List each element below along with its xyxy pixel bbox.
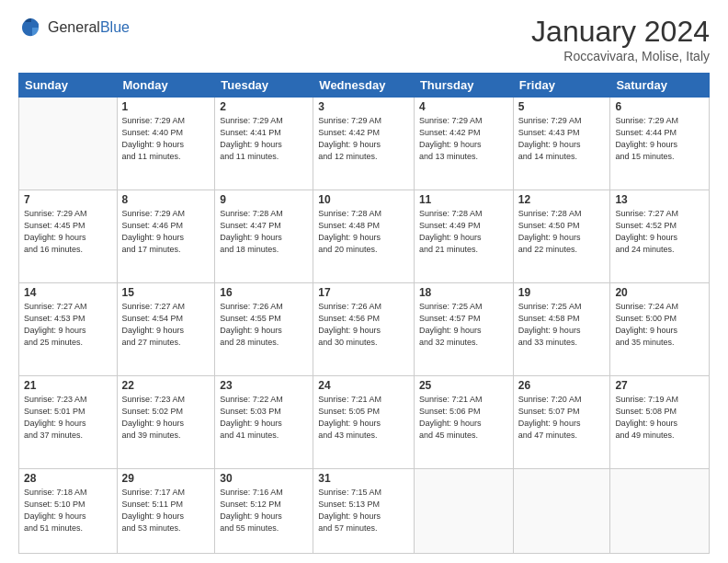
weekday-header-tuesday: Tuesday — [215, 74, 313, 98]
day-cell: 22Sunrise: 7:23 AMSunset: 5:02 PMDayligh… — [117, 375, 215, 468]
header: GeneralBlue January 2024 Roccavivara, Mo… — [18, 15, 710, 63]
day-cell: 23Sunrise: 7:22 AMSunset: 5:03 PMDayligh… — [215, 375, 313, 468]
day-cell: 11Sunrise: 7:28 AMSunset: 4:49 PMDayligh… — [414, 190, 513, 282]
day-number: 8 — [122, 193, 210, 206]
weekday-header-monday: Monday — [117, 74, 215, 98]
day-info: Sunrise: 7:24 AMSunset: 5:00 PMDaylight:… — [615, 301, 704, 349]
day-number: 29 — [122, 472, 210, 485]
day-info: Sunrise: 7:22 AMSunset: 5:03 PMDaylight:… — [220, 394, 308, 442]
day-number: 13 — [615, 193, 704, 206]
day-info: Sunrise: 7:29 AMSunset: 4:40 PMDaylight:… — [122, 115, 210, 163]
day-cell: 3Sunrise: 7:29 AMSunset: 4:42 PMDaylight… — [313, 98, 415, 190]
day-cell: 14Sunrise: 7:27 AMSunset: 4:53 PMDayligh… — [19, 282, 118, 375]
day-number: 20 — [615, 286, 704, 299]
day-cell — [19, 98, 118, 190]
day-cell — [414, 468, 513, 554]
page: GeneralBlue January 2024 Roccavivara, Mo… — [0, 0, 728, 563]
day-number: 15 — [122, 286, 210, 299]
day-info: Sunrise: 7:16 AMSunset: 5:12 PMDaylight:… — [220, 487, 308, 534]
week-row-1: 7Sunrise: 7:29 AMSunset: 4:45 PMDaylight… — [19, 190, 710, 282]
day-cell: 7Sunrise: 7:29 AMSunset: 4:45 PMDaylight… — [19, 190, 118, 282]
day-number: 6 — [615, 100, 704, 113]
day-info: Sunrise: 7:25 AMSunset: 4:58 PMDaylight:… — [518, 301, 606, 349]
day-info: Sunrise: 7:21 AMSunset: 5:05 PMDaylight:… — [318, 394, 409, 442]
day-cell: 6Sunrise: 7:29 AMSunset: 4:44 PMDaylight… — [610, 98, 710, 190]
day-info: Sunrise: 7:21 AMSunset: 5:06 PMDaylight:… — [419, 394, 508, 442]
day-cell: 8Sunrise: 7:29 AMSunset: 4:46 PMDaylight… — [117, 190, 215, 282]
calendar-table: SundayMondayTuesdayWednesdayThursdayFrid… — [18, 73, 710, 554]
weekday-header-saturday: Saturday — [610, 74, 710, 98]
day-cell: 1Sunrise: 7:29 AMSunset: 4:40 PMDaylight… — [117, 98, 215, 190]
day-cell: 18Sunrise: 7:25 AMSunset: 4:57 PMDayligh… — [414, 282, 513, 375]
day-info: Sunrise: 7:29 AMSunset: 4:45 PMDaylight:… — [24, 208, 112, 256]
day-cell: 25Sunrise: 7:21 AMSunset: 5:06 PMDayligh… — [414, 375, 513, 468]
weekday-header-thursday: Thursday — [414, 74, 513, 98]
day-number: 1 — [122, 100, 210, 113]
day-info: Sunrise: 7:29 AMSunset: 4:42 PMDaylight:… — [419, 115, 508, 163]
day-info: Sunrise: 7:29 AMSunset: 4:44 PMDaylight:… — [615, 115, 704, 163]
day-cell: 27Sunrise: 7:19 AMSunset: 5:08 PMDayligh… — [610, 375, 710, 468]
logo-icon — [18, 15, 44, 40]
day-cell — [610, 468, 710, 554]
day-info: Sunrise: 7:28 AMSunset: 4:50 PMDaylight:… — [518, 208, 606, 256]
day-number: 25 — [419, 379, 508, 392]
day-cell: 9Sunrise: 7:28 AMSunset: 4:47 PMDaylight… — [215, 190, 313, 282]
day-number: 3 — [318, 100, 409, 113]
day-cell: 10Sunrise: 7:28 AMSunset: 4:48 PMDayligh… — [313, 190, 415, 282]
day-info: Sunrise: 7:20 AMSunset: 5:07 PMDaylight:… — [518, 394, 606, 442]
day-cell: 15Sunrise: 7:27 AMSunset: 4:54 PMDayligh… — [117, 282, 215, 375]
day-number: 30 — [220, 472, 308, 485]
day-info: Sunrise: 7:25 AMSunset: 4:57 PMDaylight:… — [419, 301, 508, 349]
calendar-title: January 2024 — [531, 15, 710, 49]
day-info: Sunrise: 7:17 AMSunset: 5:11 PMDaylight:… — [122, 487, 210, 534]
logo: GeneralBlue — [18, 15, 130, 40]
day-number: 10 — [318, 193, 409, 206]
day-number: 31 — [318, 472, 409, 485]
weekday-header-row: SundayMondayTuesdayWednesdayThursdayFrid… — [19, 74, 710, 98]
day-cell: 13Sunrise: 7:27 AMSunset: 4:52 PMDayligh… — [610, 190, 710, 282]
day-cell: 29Sunrise: 7:17 AMSunset: 5:11 PMDayligh… — [117, 468, 215, 554]
weekday-header-sunday: Sunday — [19, 74, 118, 98]
day-info: Sunrise: 7:23 AMSunset: 5:02 PMDaylight:… — [122, 394, 210, 442]
day-cell: 26Sunrise: 7:20 AMSunset: 5:07 PMDayligh… — [513, 375, 610, 468]
day-number: 2 — [220, 100, 308, 113]
day-cell: 28Sunrise: 7:18 AMSunset: 5:10 PMDayligh… — [19, 468, 118, 554]
day-info: Sunrise: 7:29 AMSunset: 4:41 PMDaylight:… — [220, 115, 308, 163]
day-number: 7 — [24, 193, 112, 206]
day-number: 11 — [419, 193, 508, 206]
day-number: 14 — [24, 286, 112, 299]
day-info: Sunrise: 7:29 AMSunset: 4:43 PMDaylight:… — [518, 115, 606, 163]
day-cell: 12Sunrise: 7:28 AMSunset: 4:50 PMDayligh… — [513, 190, 610, 282]
day-cell: 24Sunrise: 7:21 AMSunset: 5:05 PMDayligh… — [313, 375, 415, 468]
day-number: 9 — [220, 193, 308, 206]
day-info: Sunrise: 7:27 AMSunset: 4:52 PMDaylight:… — [615, 208, 704, 256]
day-cell: 20Sunrise: 7:24 AMSunset: 5:00 PMDayligh… — [610, 282, 710, 375]
day-cell — [513, 468, 610, 554]
day-info: Sunrise: 7:29 AMSunset: 4:42 PMDaylight:… — [318, 115, 409, 163]
day-number: 12 — [518, 193, 606, 206]
day-info: Sunrise: 7:23 AMSunset: 5:01 PMDaylight:… — [24, 394, 112, 442]
week-row-3: 21Sunrise: 7:23 AMSunset: 5:01 PMDayligh… — [19, 375, 710, 468]
day-number: 18 — [419, 286, 508, 299]
day-info: Sunrise: 7:28 AMSunset: 4:49 PMDaylight:… — [419, 208, 508, 256]
day-number: 24 — [318, 379, 409, 392]
day-info: Sunrise: 7:29 AMSunset: 4:46 PMDaylight:… — [122, 208, 210, 256]
day-info: Sunrise: 7:26 AMSunset: 4:55 PMDaylight:… — [220, 301, 308, 349]
day-number: 16 — [220, 286, 308, 299]
title-block: January 2024 Roccavivara, Molise, Italy — [531, 15, 710, 63]
day-cell: 16Sunrise: 7:26 AMSunset: 4:55 PMDayligh… — [215, 282, 313, 375]
day-number: 28 — [24, 472, 112, 485]
day-number: 4 — [419, 100, 508, 113]
day-number: 17 — [318, 286, 409, 299]
day-cell: 31Sunrise: 7:15 AMSunset: 5:13 PMDayligh… — [313, 468, 415, 554]
day-info: Sunrise: 7:28 AMSunset: 4:48 PMDaylight:… — [318, 208, 409, 256]
day-number: 22 — [122, 379, 210, 392]
day-number: 5 — [518, 100, 606, 113]
week-row-0: 1Sunrise: 7:29 AMSunset: 4:40 PMDaylight… — [19, 98, 710, 190]
day-cell: 2Sunrise: 7:29 AMSunset: 4:41 PMDaylight… — [215, 98, 313, 190]
weekday-header-friday: Friday — [513, 74, 610, 98]
day-info: Sunrise: 7:27 AMSunset: 4:54 PMDaylight:… — [122, 301, 210, 349]
day-cell: 19Sunrise: 7:25 AMSunset: 4:58 PMDayligh… — [513, 282, 610, 375]
day-info: Sunrise: 7:19 AMSunset: 5:08 PMDaylight:… — [615, 394, 704, 442]
logo-text: GeneralBlue — [48, 19, 130, 36]
